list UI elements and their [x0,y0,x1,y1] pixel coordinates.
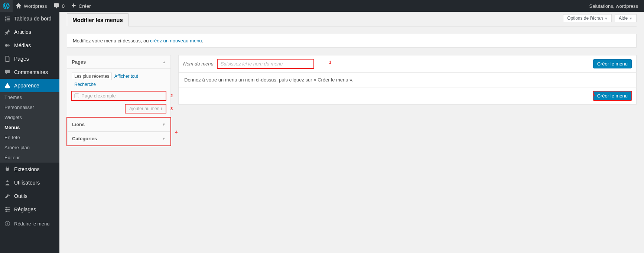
chevron-down-icon: ▼ [162,137,166,141]
sidebar-sub-themes[interactable]: Thèmes [0,92,59,102]
pages-icon [4,55,11,63]
tab-recent[interactable]: Les plus récentes [72,73,112,80]
menu-edit-header: Nom du menu 1 Créer le menu [179,55,636,73]
wordpress-icon [3,3,10,9]
annotation-4: 4 [175,130,178,134]
sidebar-item-media[interactable]: Médias [0,39,59,52]
dashboard-icon [4,15,11,22]
wp-logo[interactable] [0,0,13,12]
accordion-title: Liens [72,122,85,127]
accordion-categories: Catégories ▼ [67,131,170,145]
accordion-pages: Pages ▲ Les plus récentes Afficher tout … [67,55,171,117]
accordion-title: Pages [72,59,86,65]
plus-icon [71,3,77,9]
accordion-pages-head[interactable]: Pages ▲ [67,55,170,68]
sidebar-item-dashboard[interactable]: Tableau de bord [0,12,59,25]
tab-edit-menus[interactable]: Modifier les menus [67,13,129,26]
appearance-icon [4,82,11,89]
sidebar-item-pages[interactable]: Pages [0,52,59,65]
chevron-down-icon: ▼ [605,17,608,20]
accordion-links: Liens ▼ [67,118,170,131]
comments-icon [4,68,11,76]
page-checkbox[interactable] [74,93,79,98]
add-items-panel: Pages ▲ Les plus récentes Afficher tout … [67,55,171,146]
add-to-menu-button[interactable]: Ajouter au menu [125,104,166,113]
chevron-up-icon: ▲ [162,60,166,64]
pages-tabs: Les plus récentes Afficher tout Recherch… [72,73,166,88]
tab-view-all[interactable]: Afficher tout [112,73,141,80]
annotation-3: 3 [170,106,173,111]
sidebar-sub-header[interactable]: En-tête [0,132,59,142]
sidebar-label: Médias [14,42,31,48]
create-new-menu-link[interactable]: créez un nouveau menu [150,38,202,44]
greeting-text: Salutations, wordpress [589,3,638,9]
menu-name-input[interactable] [217,59,314,68]
new-content-label: Créer [79,3,91,9]
menu-edit-footer: 6 Créer le menu [179,87,636,104]
sidebar-item-appearance[interactable]: Apparence [0,79,59,92]
notice-text-suffix: . [202,38,204,44]
screen-options-button[interactable]: Options de l'écran▼ [563,14,612,22]
sidebar-sub-widgets[interactable]: Widgets [0,112,59,122]
menu-notice: Modifiez votre menu ci-dessous, ou créez… [67,34,637,48]
sidebar-label: Commentaires [14,69,48,75]
pin-icon [4,28,11,36]
menu-edit-instructions: Donnez à votre un menu un nom ci-dessus,… [184,77,354,83]
page-label: Page d'exemple [81,93,116,99]
media-icon [4,42,11,49]
home-icon [16,3,22,9]
admin-bar: Wordpress 0 Créer Salutations, wordpress [0,0,644,12]
page-item-example[interactable]: Page d'exemple [72,91,166,100]
sidebar-item-comments[interactable]: Commentaires [0,65,59,79]
comment-icon [53,3,60,9]
sidebar-label: Articles [14,29,31,35]
sidebar-item-posts[interactable]: Articles [0,25,59,39]
annotation-2: 2 [170,93,173,98]
site-name-text: Wordpress [24,3,47,9]
annotation-6: 6 [593,92,595,96]
new-content-link[interactable]: Créer [68,0,94,12]
accordion-pages-body: Les plus récentes Afficher tout Recherch… [67,68,170,117]
sidebar-label: Pages [14,56,29,62]
comments-link[interactable]: 0 [50,0,68,12]
sidebar-sub-customize[interactable]: Personnaliser [0,102,59,112]
notice-text-prefix: Modifiez votre menu ci-dessous, ou [73,38,150,44]
accordion-categories-head[interactable]: Catégories ▼ [68,132,170,145]
create-menu-button-bottom[interactable]: Créer le menu [593,91,632,100]
help-button[interactable]: Aide▼ [615,14,637,22]
comments-count: 0 [62,3,65,9]
menu-edit-body: Donnez à votre un menu un nom ci-dessus,… [179,73,636,87]
chevron-down-icon: ▼ [629,17,632,20]
sidebar-label: Apparence [14,83,39,89]
create-menu-button-top[interactable]: Créer le menu [593,59,632,68]
accordion-title: Catégories [72,136,97,141]
sidebar-sub-editor[interactable]: Éditeur [0,153,59,153]
user-greeting[interactable]: Salutations, wordpress [586,0,641,12]
sidebar-sub-menus[interactable]: Menus [0,122,59,132]
sidebar-label: Tableau de bord [14,16,51,22]
menu-name-label: Nom du menu [183,61,214,67]
tab-search[interactable]: Recherche [72,81,98,88]
chevron-down-icon: ▼ [162,122,166,126]
sidebar-sub-background[interactable]: Arrière-plan [0,142,59,153]
svg-point-0 [5,44,8,47]
main-content: Options de l'écran▼ Aide▼ Modifier les m… [59,12,644,153]
nav-tab-wrapper: Modifier les menus [67,13,637,26]
menu-edit-panel: Nom du menu 1 Créer le menu Donnez à vot… [178,55,637,105]
annotation-1: 1 [329,60,331,64]
site-name-link[interactable]: Wordpress [13,0,50,12]
admin-sidebar: Tableau de bord Articles Médias Pages Co… [0,12,59,153]
accordion-links-head[interactable]: Liens ▼ [68,118,170,131]
sidebar-appearance-submenu: Thèmes Personnaliser Widgets Menus En-tê… [0,92,59,153]
